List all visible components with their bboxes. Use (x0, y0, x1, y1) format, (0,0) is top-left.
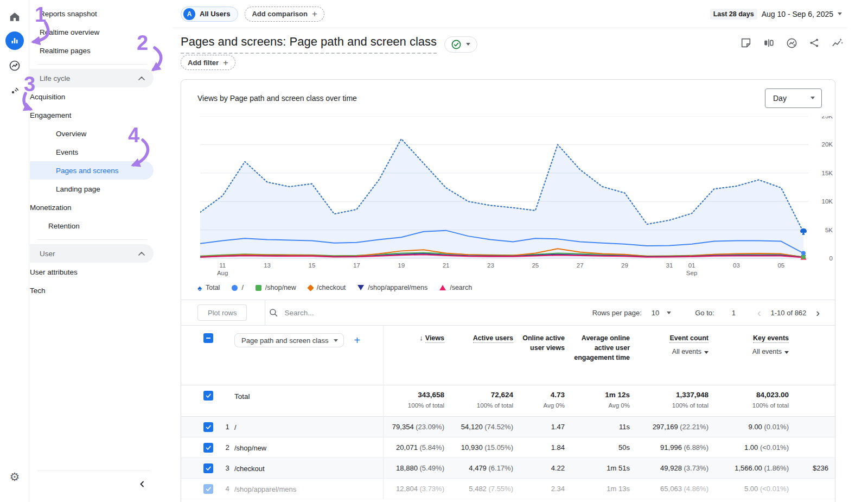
svg-text:25: 25 (532, 262, 539, 269)
chevron-up-icon[interactable] (138, 77, 145, 80)
report-status-pill[interactable] (444, 36, 477, 53)
sidebar-item-pages-and-screens[interactable]: Pages and screens (30, 161, 154, 180)
explore-icon[interactable] (784, 36, 799, 50)
total-metric-value: 1m 12sAvg 0% (565, 391, 630, 416)
sidebar-item-user[interactable]: User (30, 244, 154, 263)
column-header-average-online-active-user-engagement-time[interactable]: Average online active user engagement ti… (565, 333, 630, 385)
sidebar-item-user-attributes[interactable]: User attributes (30, 263, 155, 281)
metric-value-cell: 65,063 (4.86%) (630, 485, 709, 493)
dimension-label: Page path and screen class (241, 336, 328, 345)
advertising-nav-icon[interactable] (5, 81, 24, 100)
sidebar-item-monetization[interactable]: Monetization (30, 198, 155, 217)
column-header-views[interactable]: ↓Views (383, 333, 444, 385)
notes-icon[interactable] (739, 36, 753, 50)
rows-per-page-value[interactable]: 10 (652, 309, 659, 317)
metric-value-cell: 11s (565, 423, 630, 431)
settings-gear-icon[interactable]: ⚙ (10, 471, 20, 482)
sidebar-item-acquisition[interactable]: Acquisition (30, 87, 155, 106)
legend-item-shop-new: /shop/new (256, 284, 296, 291)
sidebar-item-reports-snapshot[interactable]: Reports snapshot (30, 4, 155, 23)
page-path-cell: /checkout (234, 463, 383, 473)
column-header-online-active-user-views[interactable]: Online active user views (513, 333, 565, 385)
sidebar-item-engagement[interactable]: Engagement (30, 106, 155, 124)
sidebar-item-realtime-pages[interactable]: Realtime pages (30, 41, 155, 60)
dimension-dropdown[interactable]: Page path and screen class (234, 333, 344, 347)
spade-marker-icon: ♠ (197, 284, 202, 292)
svg-text:29: 29 (621, 262, 628, 269)
add-filter-chip[interactable]: Add filter + (181, 55, 235, 70)
date-range-label: Aug 10 - Sep 6, 2025 (762, 10, 833, 18)
total-metric-value: 1,337,948100% of total (630, 391, 709, 416)
metric-value-cell: 91,996 (6.88%) (630, 443, 709, 452)
date-range-picker[interactable]: Last 28 days Aug 10 - Sep 6, 2025 (710, 9, 842, 20)
all-users-chip[interactable]: A All Users (181, 7, 238, 22)
legend-item-: / (232, 284, 243, 291)
goto-page-input[interactable]: 1 (732, 309, 736, 317)
previous-page-icon[interactable]: ‹ (755, 307, 763, 318)
chevron-down-icon (784, 351, 789, 354)
audience-chips: A All Users Add comparison + (181, 7, 324, 22)
metric-value-cell: 2.34 (513, 485, 565, 493)
metric-value-cell: 50s (565, 443, 630, 452)
reports-nav-icon[interactable] (5, 31, 24, 50)
explore-nav-icon[interactable] (5, 56, 24, 75)
sidebar-item-label: Retention (48, 222, 80, 230)
add-comparison-chip[interactable]: Add comparison + (245, 7, 324, 22)
check-circle-icon (451, 40, 461, 49)
sidebar-item-retention[interactable]: Retention (30, 217, 155, 235)
sidebar-item-label: Overview (56, 130, 86, 138)
event-filter-dropdown[interactable]: All events (709, 347, 789, 357)
sidebar-item-events[interactable]: Events (30, 143, 155, 161)
table-row-shop-apparel-mens[interactable]: 4/shop/apparel/mens12,804 (3.73%)5,482 (… (181, 479, 835, 499)
select-all-checkbox[interactable] (203, 333, 213, 343)
total-metric-value: 343,658100% of total (383, 391, 444, 416)
table-row-checkout[interactable]: 3/checkout18,880 (5.49%)4,479 (6.17%)4.2… (181, 458, 835, 479)
add-dimension-icon[interactable]: + (354, 333, 360, 347)
page-path-cell: /shop/apparel/mens (234, 484, 383, 493)
share-icon[interactable] (807, 36, 821, 50)
sidebar-item-life-cycle[interactable]: Life cycle (30, 69, 154, 87)
metric-value-cell: 1,566.00 (1.86%) (709, 464, 789, 472)
insights-icon[interactable] (830, 36, 844, 50)
next-page-icon[interactable]: › (814, 307, 822, 318)
compare-icon[interactable] (762, 36, 776, 50)
column-header-active-users[interactable]: Active users (444, 333, 513, 385)
column-header-key-events[interactable]: Key eventsAll events (709, 333, 789, 385)
sidebar-item-realtime-overview[interactable]: Realtime overview (30, 23, 155, 41)
column-header-event-count[interactable]: Event countAll events (630, 333, 709, 385)
plot-rows-button[interactable]: Plot rows (197, 304, 247, 321)
sidebar-item-landing-page[interactable]: Landing page (30, 180, 155, 198)
metric-value-cell: 1.47 (513, 423, 565, 431)
audience-avatar: A (183, 8, 195, 20)
row-checkbox[interactable] (203, 443, 213, 453)
step-2-arrow (154, 48, 161, 69)
legend-item-total: ♠Total (197, 284, 220, 292)
sidebar-item-label: Realtime overview (40, 28, 99, 36)
event-filter-dropdown[interactable]: All events (630, 347, 709, 357)
home-icon[interactable] (5, 7, 24, 27)
row-checkbox[interactable] (203, 484, 213, 494)
sort-descending-icon: ↓ (419, 334, 423, 342)
chart-legend: ♠Total//shop/new/checkout/shop/apparel/m… (181, 281, 835, 295)
chevron-down-icon[interactable] (667, 312, 671, 314)
metric-value-cell: 297,169 (22.21%) (630, 423, 709, 431)
row-checkbox[interactable] (203, 463, 213, 473)
chevron-up-icon[interactable] (138, 252, 145, 256)
circle-marker-icon (232, 285, 238, 291)
sidebar-item-tech[interactable]: Tech (30, 281, 155, 300)
chart-title: Views by Page path and screen class over… (197, 94, 357, 103)
search-input[interactable] (284, 309, 404, 317)
clipped-revenue-cell: $236 (789, 464, 835, 472)
table-header-row: Page path and screen class + ↓ViewsActiv… (181, 326, 835, 385)
collapse-sidebar-icon[interactable] (138, 480, 146, 488)
sidebar-item-overview[interactable]: Overview (30, 124, 155, 143)
granularity-select[interactable]: Day (765, 88, 822, 108)
total-metric-value: 72,624100% of total (444, 391, 513, 416)
row-checkbox[interactable] (203, 422, 213, 432)
table-row-[interactable]: 1/79,354 (23.09%)54,120 (74.52%)1.4711s2… (181, 417, 835, 437)
metric-value-cell: 4.22 (513, 464, 565, 472)
sidebar-item-label: Reports snapshot (40, 10, 97, 18)
row-checkbox[interactable] (203, 391, 213, 401)
table-row-shop-new[interactable]: 2/shop/new20,071 (5.84%)10,930 (15.05%)1… (181, 437, 835, 458)
metric-value-cell: 5.00 (<0.01%) (709, 485, 789, 493)
